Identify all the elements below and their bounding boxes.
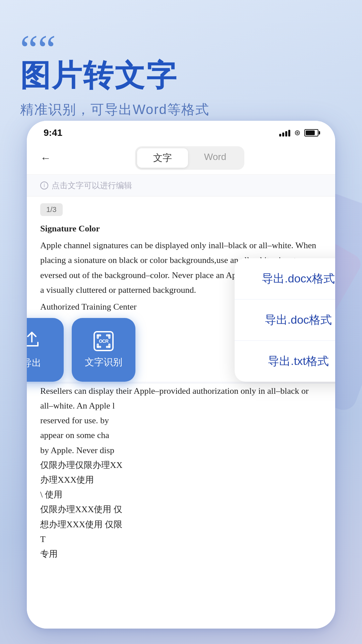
battery-icon bbox=[304, 129, 318, 137]
subtitle: 精准识别，可导出Word等格式 bbox=[20, 100, 342, 119]
tab-text[interactable]: 文字 bbox=[137, 148, 188, 168]
doc-bottom-line-10: T bbox=[40, 532, 322, 547]
hint-text: 点击文字可以进行编辑 bbox=[52, 180, 132, 191]
export-txt[interactable]: 导出.txt格式 bbox=[235, 341, 335, 382]
doc-bottom-line-7: \ 使用 bbox=[40, 487, 322, 502]
doc-bottom-line-6: 办理XXX使用 bbox=[40, 473, 322, 487]
export-menu: 导出.docx格式 导出.doc格式 导出.txt格式 bbox=[235, 258, 335, 382]
doc-bottom-line-9: 想办理XXX使用 仅限 bbox=[40, 517, 322, 532]
svg-text:OCR: OCR bbox=[99, 338, 109, 344]
quote-mark: ““ bbox=[20, 34, 342, 66]
phone-container: 9:41 ⊛ ← 文字 Word bbox=[27, 121, 335, 629]
doc-bottom-line-3: appear on some cha bbox=[40, 428, 322, 443]
tab-word[interactable]: Word bbox=[188, 148, 242, 168]
export-icon bbox=[27, 330, 41, 352]
status-time: 9:41 bbox=[44, 127, 62, 138]
export-label: 导出 bbox=[27, 357, 41, 369]
ocr-icon: OCR bbox=[94, 331, 114, 351]
wifi-icon: ⊛ bbox=[294, 128, 300, 137]
export-docx[interactable]: 导出.docx格式 bbox=[235, 258, 335, 300]
ocr-button[interactable]: OCR 文字识别 bbox=[72, 318, 135, 382]
document-area[interactable]: 1/3 Signature Color Apple channel signat… bbox=[27, 197, 335, 382]
info-icon: i bbox=[40, 181, 48, 190]
page-counter: 1/3 bbox=[40, 203, 63, 216]
export-button[interactable]: 导出 bbox=[27, 318, 64, 382]
doc-bottom-line-1: Resellers can display their Apple–provid… bbox=[40, 384, 322, 413]
tab-group: 文字 Word bbox=[135, 146, 244, 170]
svg-rect-7 bbox=[109, 344, 110, 347]
status-icons: ⊛ bbox=[279, 128, 318, 137]
back-button[interactable]: ← bbox=[40, 152, 51, 164]
nav-bar: ← 文字 Word bbox=[27, 142, 335, 175]
doc-bottom-line-4: by Apple. Never disp bbox=[40, 443, 322, 458]
doc-bottom-line-11: 专用 bbox=[40, 547, 322, 561]
header-section: ““ 图片转文字 精准识别，可导出Word等格式 bbox=[0, 0, 362, 139]
export-doc[interactable]: 导出.doc格式 bbox=[235, 300, 335, 341]
ocr-label: 文字识别 bbox=[85, 356, 122, 369]
doc-bottom[interactable]: Resellers can display their Apple–provid… bbox=[27, 384, 335, 629]
svg-rect-1 bbox=[97, 335, 98, 338]
signal-icon bbox=[279, 129, 290, 137]
svg-rect-3 bbox=[109, 335, 110, 338]
phone-mockup: 9:41 ⊛ ← 文字 Word bbox=[27, 121, 335, 629]
doc-bottom-line-8: 仅限办理XXX使用 仅 bbox=[40, 502, 322, 517]
edit-hint: i 点击文字可以进行编辑 bbox=[27, 175, 335, 197]
doc-bottom-line-5: 仅限办理仅限办理XX bbox=[40, 458, 322, 473]
svg-rect-5 bbox=[97, 344, 98, 347]
doc-bottom-line-2: reserved for use. by bbox=[40, 413, 322, 428]
doc-line-1: Signature Color bbox=[40, 221, 322, 236]
status-bar: 9:41 ⊛ bbox=[27, 121, 335, 142]
ocr-popup: 导出 OCR bbox=[27, 318, 135, 382]
